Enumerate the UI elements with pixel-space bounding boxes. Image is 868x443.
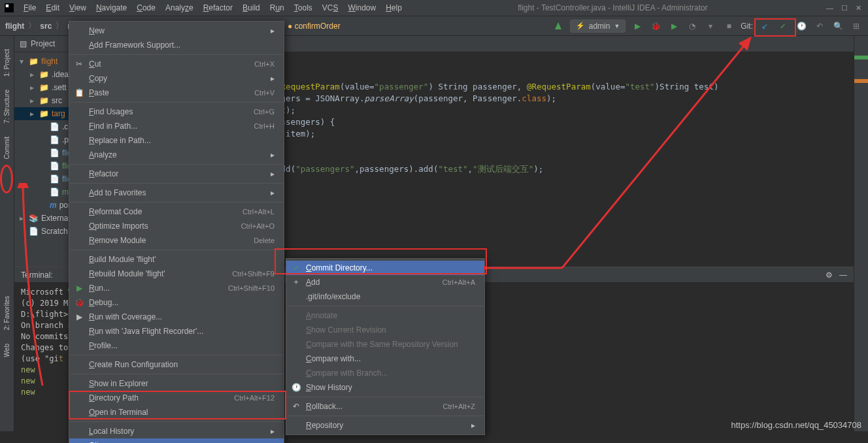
git-label: Git:: [741, 22, 753, 31]
breadcrumb-item[interactable]: flight: [5, 22, 24, 31]
menu-item: Compare with Branch...: [286, 366, 484, 380]
menu-item[interactable]: Reformat CodeCtrl+Alt+L: [69, 205, 284, 219]
tool-web[interactable]: Web: [3, 344, 10, 357]
run-button[interactable]: ▶: [631, 20, 644, 33]
run-config-selector[interactable]: ⚡ admin ▼: [570, 20, 626, 33]
menu-item[interactable]: Remove ModuleDelete: [69, 233, 284, 248]
menu-item[interactable]: ✓Commit Directory...: [286, 261, 484, 275]
menu-item: Compare with the Same Repository Version: [286, 337, 484, 352]
menu-item[interactable]: 📋PasteCtrl+V: [69, 86, 284, 100]
run-config-label: admin: [589, 22, 610, 31]
tool-favorites[interactable]: 2: Favorites: [3, 296, 10, 330]
build-icon[interactable]: [552, 20, 565, 33]
menu-item[interactable]: Find in Path...Ctrl+H: [69, 119, 284, 133]
menu-bar: File Edit View Navigate Code Analyze Ref…: [20, 1, 406, 14]
menu-file[interactable]: File: [20, 1, 40, 14]
menu-item[interactable]: .git/info/exclude: [286, 289, 484, 304]
marker[interactable]: [854, 56, 868, 59]
window-title: flight - TestController.java - IntelliJ …: [406, 3, 820, 12]
menu-code[interactable]: Code: [133, 1, 159, 14]
menu-window[interactable]: Window: [344, 1, 380, 14]
menu-item[interactable]: 🐞Debug...: [69, 295, 284, 310]
close-button[interactable]: ✕: [856, 4, 861, 12]
menu-item[interactable]: Repository▸: [286, 418, 484, 433]
search-icon[interactable]: 🔍: [831, 20, 844, 33]
tool-project[interactable]: 1: Project: [3, 49, 10, 76]
menu-navigate[interactable]: Navigate: [92, 1, 131, 14]
menu-item[interactable]: Git▸: [69, 438, 284, 443]
menu-analyze[interactable]: Analyze: [161, 1, 197, 14]
menu-item[interactable]: Directory PathCtrl+Alt+F12: [69, 391, 284, 405]
breadcrumb-item[interactable]: src: [40, 22, 52, 31]
menu-item[interactable]: 🕐Show History: [286, 380, 484, 395]
marker[interactable]: [854, 79, 868, 83]
stop-button[interactable]: ■: [722, 20, 735, 33]
sidebar-title: Project: [31, 39, 55, 48]
right-gutter: [854, 36, 868, 431]
menu-vcs[interactable]: VCS: [318, 1, 342, 14]
menu-item: Show Current Revision: [286, 323, 484, 337]
attach-button[interactable]: ▾: [704, 20, 717, 33]
menu-item: Annotate: [286, 308, 484, 323]
menu-item[interactable]: Replace in Path...: [69, 133, 284, 148]
menu-item[interactable]: Local History▸: [69, 424, 284, 438]
menu-item[interactable]: Rebuild Module 'flight'Ctrl+Shift+F9: [69, 267, 284, 281]
menu-item[interactable]: ▶Run...Ctrl+Shift+F10: [69, 281, 284, 295]
breadcrumb-method[interactable]: ● confirmOrder: [288, 22, 341, 31]
menu-build[interactable]: Build: [239, 1, 264, 14]
breadcrumb: flight 〉 src 〉 m: [5, 20, 75, 31]
watermark: https://blog.csdn.net/qq_45034708: [731, 420, 862, 430]
window-controls: — ☐ ✕: [820, 4, 868, 12]
tool-structure[interactable]: 7: Structure: [3, 90, 10, 123]
menu-item[interactable]: ↶Rollback...Ctrl+Alt+Z: [286, 399, 484, 414]
app-logo-icon: [3, 2, 16, 14]
menu-item[interactable]: Show in Explorer: [69, 376, 284, 391]
menu-item[interactable]: Copy▸: [69, 71, 284, 86]
minimize-panel-icon[interactable]: —: [839, 271, 847, 280]
debug-button[interactable]: 🐞: [649, 20, 662, 33]
menu-item[interactable]: Run with 'Java Flight Recorder'...: [69, 324, 284, 338]
folder-icon: ▤: [20, 39, 27, 48]
git-commit-icon[interactable]: ✓: [776, 20, 790, 33]
menu-item[interactable]: New▸: [69, 24, 284, 38]
terminal-title: Terminal:: [21, 271, 53, 280]
menu-item[interactable]: Add Framework Support...: [69, 38, 284, 52]
git-rollback-icon[interactable]: ↶: [813, 20, 826, 33]
coverage-button[interactable]: ▶: [667, 20, 680, 33]
menu-item[interactable]: Analyze▸: [69, 148, 284, 162]
minimize-button[interactable]: —: [826, 4, 833, 12]
left-tool-gutter: 1: Project 7: Structure Commit 2: Favori…: [0, 36, 14, 431]
profile-button[interactable]: ◔: [686, 20, 699, 33]
menu-tools[interactable]: Tools: [290, 1, 316, 14]
menu-help[interactable]: Help: [382, 1, 406, 14]
tool-commit[interactable]: Commit: [3, 137, 10, 159]
bolt-icon: ⚡: [576, 22, 585, 30]
context-menu-main[interactable]: New▸Add Framework Support...✂CutCtrl+XCo…: [69, 21, 284, 443]
ide-settings-icon[interactable]: ⊞: [850, 20, 863, 33]
menu-refactor[interactable]: Refactor: [199, 1, 237, 14]
menu-item[interactable]: Profile...: [69, 338, 284, 353]
menu-item[interactable]: ✂CutCtrl+X: [69, 57, 284, 71]
gear-icon[interactable]: ⚙: [826, 271, 833, 280]
menu-item[interactable]: ▶Run with Coverage...: [69, 310, 284, 324]
menu-item[interactable]: Find UsagesCtrl+G: [69, 105, 284, 119]
menu-view[interactable]: View: [65, 1, 90, 14]
svg-rect-1: [6, 5, 8, 7]
menu-item[interactable]: Refactor▸: [69, 167, 284, 181]
menu-item[interactable]: Create Run Configuration: [69, 357, 284, 372]
git-history-icon[interactable]: 🕐: [795, 20, 808, 33]
menu-item[interactable]: Build Module 'flight': [69, 252, 284, 267]
git-update-icon[interactable]: ↙: [758, 20, 771, 33]
menu-item[interactable]: Optimize ImportsCtrl+Alt+O: [69, 219, 284, 233]
context-menu-git[interactable]: ✓Commit Directory...+AddCtrl+Alt+A.git/i…: [286, 258, 485, 435]
menu-item[interactable]: Compare with...: [286, 352, 484, 366]
menu-run[interactable]: Run: [266, 1, 288, 14]
menu-edit[interactable]: Edit: [42, 1, 63, 14]
title-bar: File Edit View Navigate Code Analyze Ref…: [0, 0, 868, 16]
menu-item[interactable]: Open in Terminal: [69, 405, 284, 419]
menu-item[interactable]: +AddCtrl+Alt+A: [286, 275, 484, 289]
maximize-button[interactable]: ☐: [841, 4, 848, 12]
menu-item[interactable]: Add to Favorites▸: [69, 186, 284, 200]
